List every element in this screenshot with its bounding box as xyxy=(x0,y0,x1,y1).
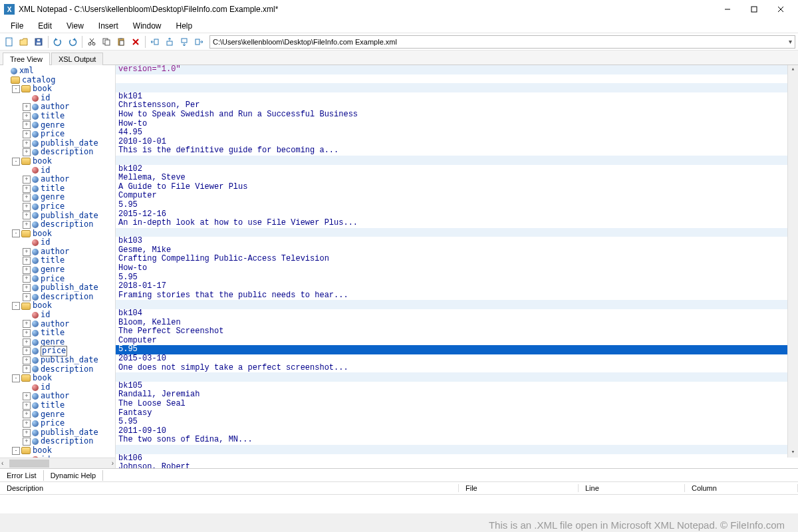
tree-node-book[interactable]: -book xyxy=(0,301,115,311)
tree-node-publish_date[interactable]: +publish_date xyxy=(0,356,115,365)
tree-node-author[interactable]: +author xyxy=(0,175,115,184)
menu-window[interactable]: Window xyxy=(126,20,168,32)
menu-view[interactable]: View xyxy=(60,20,90,32)
tree-node-title[interactable]: +title xyxy=(0,112,115,121)
value-row[interactable]: Fantasy xyxy=(116,409,798,418)
tree-horizontal-scrollbar[interactable]: ‹› xyxy=(0,458,115,468)
value-row[interactable]: Crafting Compelling Public-Access Televi… xyxy=(116,255,798,264)
value-row[interactable]: The Perfect Screenshot xyxy=(116,327,798,336)
value-row[interactable]: 2018-01-17 xyxy=(116,282,798,291)
value-row[interactable]: An in-depth look at how to use File View… xyxy=(116,219,798,228)
tree-node-id[interactable]: id xyxy=(0,311,115,320)
value-row[interactable]: bk106 xyxy=(116,454,798,464)
tree-node-price[interactable]: +price xyxy=(0,419,115,428)
tree-node-author[interactable]: +author xyxy=(0,392,115,401)
tree-node-price[interactable]: +price xyxy=(0,275,115,284)
cut-icon[interactable] xyxy=(85,35,98,49)
tree-pane[interactable]: xmlcatalog-bookid+author+title+genre+pri… xyxy=(0,65,116,468)
value-row[interactable]: Randall, Jeremiah xyxy=(116,390,798,400)
value-row[interactable]: 44.95 xyxy=(116,128,798,138)
tree-node-book[interactable]: -book xyxy=(0,374,115,383)
tree-node-description[interactable]: +description xyxy=(0,148,115,157)
value-row[interactable]: The Loose Seal xyxy=(116,400,798,409)
value-row[interactable]: Bloom, Kellen xyxy=(116,319,798,328)
value-row[interactable] xyxy=(116,300,798,309)
tree-node-genre[interactable]: +genre xyxy=(0,338,115,347)
tree-node-catalog[interactable]: catalog xyxy=(0,76,115,85)
value-row[interactable] xyxy=(116,445,798,454)
tree-node-genre[interactable]: +genre xyxy=(0,193,115,202)
tree-node-publish_date[interactable]: +publish_date xyxy=(0,283,115,293)
value-row[interactable] xyxy=(116,228,798,237)
tree-node-book[interactable]: -book xyxy=(0,157,115,166)
tab-dynamic-help[interactable]: Dynamic Help xyxy=(44,470,103,481)
value-row[interactable]: bk105 xyxy=(116,382,798,391)
value-row[interactable]: bk103 xyxy=(116,237,798,246)
copy-icon[interactable] xyxy=(100,35,113,49)
value-row[interactable]: 5.95 xyxy=(116,201,798,210)
delete-icon[interactable] xyxy=(129,35,142,49)
tree-node-publish_date[interactable]: +publish_date xyxy=(0,428,115,438)
tab-xsl-output[interactable]: XSL Output xyxy=(51,53,103,65)
value-row[interactable]: version="1.0" xyxy=(116,65,798,74)
tree-node-title[interactable]: +title xyxy=(0,329,115,338)
tree-node-book[interactable]: -book xyxy=(0,446,115,456)
value-row[interactable]: One does not simply take a perfect scree… xyxy=(116,364,798,373)
menu-edit[interactable]: Edit xyxy=(31,20,59,32)
maximize-button[interactable] xyxy=(741,1,767,17)
tree-node-description[interactable]: +description xyxy=(0,437,115,446)
value-row[interactable]: Christensson, Per xyxy=(116,101,798,110)
tree-node-id[interactable]: id xyxy=(0,238,115,247)
tree-node-title[interactable]: +title xyxy=(0,401,115,410)
value-row[interactable]: Johnson, Robert xyxy=(116,463,798,468)
tree-node-description[interactable]: +description xyxy=(0,220,115,229)
value-vertical-scrollbar[interactable]: ▴▾ xyxy=(787,65,798,458)
value-row[interactable] xyxy=(116,372,798,382)
redo-icon[interactable] xyxy=(66,35,79,49)
nudge-left-icon[interactable] xyxy=(148,35,162,49)
chevron-down-icon[interactable]: ▾ xyxy=(789,38,792,45)
value-row[interactable]: 5.95 xyxy=(116,273,798,283)
nudge-up-icon[interactable] xyxy=(163,35,176,49)
tab-tree-view[interactable]: Tree View xyxy=(3,53,50,65)
value-row[interactable]: Gesme, Mike xyxy=(116,246,798,255)
save-icon[interactable] xyxy=(32,35,45,49)
value-row[interactable]: Computer xyxy=(116,336,798,346)
value-row[interactable]: How-to xyxy=(116,120,798,129)
value-row[interactable]: 2015-03-10 xyxy=(116,354,798,364)
tree-node-book[interactable]: -book xyxy=(0,84,115,94)
tree-node-genre[interactable]: +genre xyxy=(0,121,115,130)
tree-node-publish_date[interactable]: +publish_date xyxy=(0,139,115,148)
tree-node-price[interactable]: +price xyxy=(0,130,115,139)
close-button[interactable] xyxy=(767,1,794,17)
tree-node-title[interactable]: +title xyxy=(0,256,115,265)
value-row[interactable]: bk101 xyxy=(116,92,798,102)
value-row[interactable]: A Guide to File Viewer Plus xyxy=(116,183,798,192)
value-row[interactable]: How to Speak Swedish and Run a Successfu… xyxy=(116,110,798,120)
value-row[interactable]: Computer xyxy=(116,192,798,201)
paste-icon[interactable] xyxy=(114,35,128,49)
value-row[interactable] xyxy=(116,156,798,165)
nudge-right-icon[interactable] xyxy=(192,35,205,49)
value-row[interactable]: 5.95 xyxy=(116,345,798,354)
value-row[interactable]: 2010-10-01 xyxy=(116,138,798,147)
tree-node-price[interactable]: +price xyxy=(0,346,115,356)
tree-node-xml[interactable]: xml xyxy=(0,66,115,76)
tree-node-id[interactable]: id xyxy=(0,94,115,103)
tree-node-author[interactable]: +author xyxy=(0,247,115,257)
col-column[interactable]: Column xyxy=(685,484,798,492)
value-row[interactable] xyxy=(116,83,798,92)
col-file[interactable]: File xyxy=(459,484,579,492)
value-row[interactable]: How-to xyxy=(116,264,798,273)
tab-error-list[interactable]: Error List xyxy=(0,470,44,481)
tree-node-description[interactable]: +description xyxy=(0,365,115,374)
tree-node-book[interactable]: -book xyxy=(0,229,115,239)
tree-node-publish_date[interactable]: +publish_date xyxy=(0,211,115,221)
path-combobox[interactable]: C:\Users\kellenbloom\Desktop\FileInfo.co… xyxy=(209,35,795,49)
tree-node-author[interactable]: +author xyxy=(0,320,115,329)
tree-node-description[interactable]: +description xyxy=(0,293,115,302)
value-row[interactable]: This is the definitive guide for becomin… xyxy=(116,146,798,156)
minimize-button[interactable] xyxy=(714,1,741,17)
new-file-icon[interactable] xyxy=(3,35,16,49)
tree-node-author[interactable]: +author xyxy=(0,102,115,112)
